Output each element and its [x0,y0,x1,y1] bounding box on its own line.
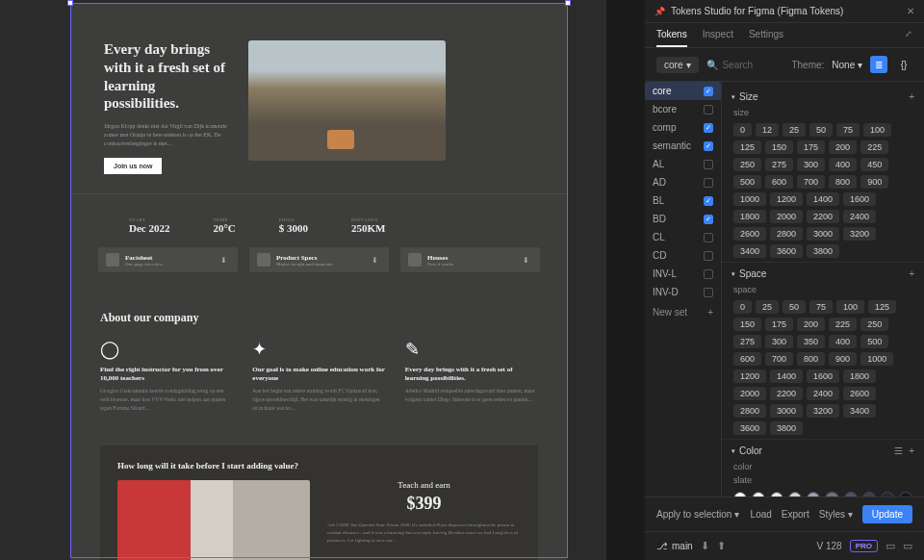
token-set-checkbox[interactable] [704,105,713,115]
token-set-item[interactable]: CL [645,228,721,246]
token-pill[interactable]: 3600 [733,421,766,435]
apply-to-selection[interactable]: Apply to selection ▾ [656,509,739,520]
token-pill[interactable]: 700 [765,352,793,366]
token-pill[interactable]: 200 [829,140,857,154]
token-pill[interactable]: 900 [860,175,888,189]
token-pill[interactable]: 600 [765,175,793,189]
add-token-icon[interactable]: + [909,445,914,456]
pin-icon[interactable]: 📌 [654,7,665,16]
token-pill[interactable]: 3400 [843,404,876,418]
update-button[interactable]: Update [862,505,912,523]
add-token-icon[interactable]: + [909,91,914,102]
token-set-item[interactable]: AD [645,173,721,191]
token-set-checkbox[interactable] [704,269,713,279]
add-token-icon[interactable]: + [909,268,914,279]
token-pill[interactable]: 1200 [770,192,803,206]
token-pill[interactable]: 225 [860,140,888,154]
token-pill[interactable]: 250 [733,158,761,171]
token-set-item[interactable]: BL ✓ [645,191,721,210]
token-pill[interactable]: 0 [733,300,752,314]
token-pill[interactable]: 1400 [770,369,803,383]
token-pill[interactable]: 25 [756,300,779,314]
token-pill[interactable]: 100 [836,300,864,314]
token-set-item[interactable]: INV-D [645,283,721,301]
styles-dropdown[interactable]: Styles ▾ [819,509,853,520]
json-view-icon[interactable]: {} [895,56,912,73]
token-pill[interactable]: 0 [733,123,752,137]
token-pill[interactable]: 2800 [770,227,803,241]
download-icon[interactable]: ⬇ [701,540,709,552]
theme-dropdown[interactable]: None ▾ [832,60,862,70]
new-set-button[interactable]: New set + [645,301,721,323]
token-pill[interactable]: 175 [797,140,825,154]
token-set-checkbox[interactable]: ✓ [704,87,713,96]
token-pill[interactable]: 2600 [843,387,876,400]
token-pill[interactable]: 250 [860,318,888,331]
token-pill[interactable]: 2800 [733,404,766,418]
token-pill[interactable]: 12 [756,123,779,137]
group-header-space[interactable]: ▾Space+ [722,262,924,283]
token-pill[interactable]: 3200 [843,227,876,241]
token-pill[interactable]: 2200 [770,387,803,400]
token-pill[interactable]: 3800 [807,244,839,258]
token-pill[interactable]: 900 [829,352,857,366]
token-pill[interactable]: 25 [783,123,806,137]
token-pill[interactable]: 300 [765,335,793,348]
token-pill[interactable]: 700 [797,175,825,189]
token-pill[interactable]: 3800 [770,421,803,435]
token-set-item[interactable]: AL [645,155,721,173]
token-pill[interactable]: 1800 [733,210,766,223]
token-pill[interactable]: 500 [733,175,761,189]
token-pill[interactable]: 200 [797,318,825,331]
token-pill[interactable]: 150 [733,318,761,331]
token-pill[interactable]: 50 [783,300,806,314]
token-pill[interactable]: 600 [733,352,761,366]
export-button[interactable]: Export [782,509,809,520]
token-pill[interactable]: 350 [797,335,825,348]
token-pill[interactable]: 2400 [843,210,876,223]
token-pill[interactable]: 450 [860,158,888,171]
token-pill[interactable]: 2400 [807,387,839,400]
expand-icon[interactable]: ⤢ [905,29,912,47]
token-pill[interactable]: 125 [868,300,896,314]
design-canvas[interactable]: Every day brings with it a fresh set of … [0,0,606,560]
token-pill[interactable]: 150 [765,140,793,154]
list-icon[interactable]: ☰ [894,445,903,456]
token-pill[interactable]: 1600 [843,192,876,206]
token-pill[interactable]: 800 [797,352,825,366]
token-pill[interactable]: 1400 [807,192,839,206]
token-set-checkbox[interactable] [704,251,713,261]
token-pill[interactable]: 3600 [770,244,803,258]
token-set-checkbox[interactable] [704,233,713,242]
set-dropdown[interactable]: core ▾ [656,57,699,73]
search-input[interactable]: 🔍 Search [706,60,753,70]
token-set-checkbox[interactable] [704,288,713,297]
token-set-item[interactable]: comp ✓ [645,118,721,137]
list-view-icon[interactable]: ≣ [870,56,887,73]
token-pill[interactable]: 2200 [807,210,839,223]
token-pill[interactable]: 275 [733,335,761,348]
token-pill[interactable]: 3200 [807,404,839,418]
token-pill[interactable]: 1000 [860,352,893,366]
token-pill[interactable]: 400 [829,335,857,348]
group-header-size[interactable]: ▾Size+ [722,86,924,106]
token-set-checkbox[interactable]: ✓ [704,215,713,224]
token-pill[interactable]: 2000 [770,210,803,223]
help-icon[interactable]: ▭ [903,540,912,552]
token-pill[interactable]: 1000 [733,192,766,206]
token-pill[interactable]: 800 [829,175,857,189]
token-pill[interactable]: 75 [809,300,833,314]
token-pill[interactable]: 100 [863,123,891,137]
token-pill[interactable]: 3400 [733,244,766,258]
token-set-checkbox[interactable] [704,178,713,188]
token-set-item[interactable]: bcore [645,100,721,118]
token-set-item[interactable]: semantic ✓ [645,137,721,155]
close-icon[interactable]: ✕ [907,6,914,16]
token-pill[interactable]: 1800 [843,369,876,383]
token-pill[interactable]: 275 [765,158,793,171]
tab-inspect[interactable]: Inspect [703,29,733,47]
load-button[interactable]: Load [751,509,772,520]
upload-icon[interactable]: ⬆ [717,540,726,552]
selection-handle[interactable] [565,0,571,6]
token-pill[interactable]: 125 [733,140,761,154]
